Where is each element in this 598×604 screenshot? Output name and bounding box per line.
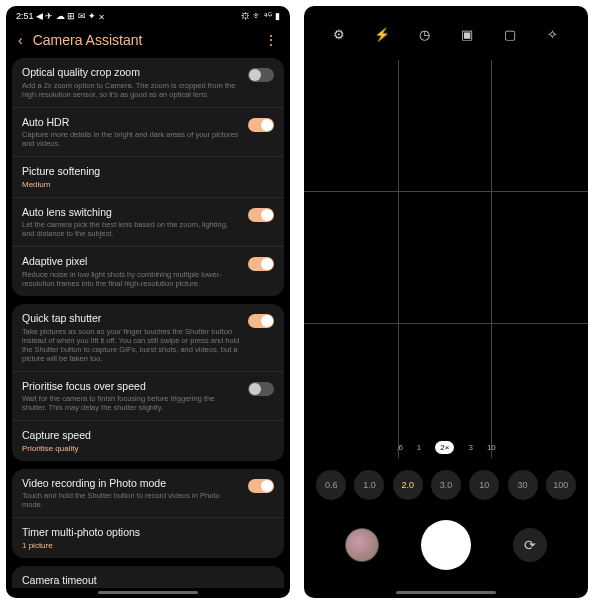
gesture-bar[interactable] bbox=[98, 591, 198, 594]
row-label: Auto HDR bbox=[22, 116, 240, 129]
row-desc: Let the camera pick the best lens based … bbox=[22, 220, 240, 238]
settings-group: Video recording in Photo modeTouch and h… bbox=[12, 469, 284, 558]
settings-row[interactable]: Auto HDRCapture more details in the brig… bbox=[12, 108, 284, 158]
row-desc: Wait for the camera to finish focusing b… bbox=[22, 394, 240, 412]
row-value: Medium bbox=[22, 180, 274, 189]
status-bar: 2:51 ◀ ✈ ☁ ⊞ ✉ ✦ ⨉ ⚙ ᯤ ⁴ᴳ ▮ bbox=[6, 6, 290, 26]
row-desc: Reduce noise in low light shots by combi… bbox=[22, 270, 240, 288]
zoom-chip[interactable]: 0.6 bbox=[316, 470, 346, 500]
more-button[interactable]: ⋮ bbox=[264, 32, 278, 48]
row-desc: Touch and hold the Shutter button to rec… bbox=[22, 491, 240, 509]
zoom-tick[interactable]: 10 bbox=[487, 443, 496, 452]
settings-row[interactable]: Prioritise focus over speedWait for the … bbox=[12, 372, 284, 422]
row-desc: Add a 2x zoom option to Camera. The zoom… bbox=[22, 81, 240, 99]
status-time: 2:51 bbox=[16, 11, 34, 21]
row-label: Auto lens switching bbox=[22, 206, 240, 219]
grid-line bbox=[304, 323, 588, 324]
zoom-tick[interactable]: .6 bbox=[396, 443, 403, 452]
row-label: Video recording in Photo mode bbox=[22, 477, 240, 490]
shutter-row: ⟳ bbox=[304, 508, 588, 588]
grid-line bbox=[304, 191, 588, 192]
page-title: Camera Assistant bbox=[33, 32, 254, 48]
row-label: Prioritise focus over speed bbox=[22, 380, 240, 393]
settings-group: Camera timeout1 minute bbox=[12, 566, 284, 588]
settings-row[interactable]: Picture softeningMedium bbox=[12, 157, 284, 198]
row-label: Capture speed bbox=[22, 429, 274, 442]
row-value: Prioritise quality bbox=[22, 444, 274, 453]
settings-row[interactable]: Adaptive pixelReduce noise in low light … bbox=[12, 247, 284, 296]
camera-top-bar: ⚙ ⚡ ◷ ▣ ▢ ✧ bbox=[304, 6, 588, 52]
row-text: Auto HDRCapture more details in the brig… bbox=[22, 116, 240, 149]
grid-line bbox=[491, 60, 492, 458]
row-value: 1 picture bbox=[22, 541, 274, 550]
filter-icon[interactable]: ✧ bbox=[545, 26, 561, 42]
zoom-tick[interactable]: 1 bbox=[417, 443, 421, 452]
zoom-row: .612×310 bbox=[304, 441, 588, 454]
row-label: Adaptive pixel bbox=[22, 255, 240, 268]
status-right-icons: ⚙ ᯤ ⁴ᴳ ▮ bbox=[241, 11, 280, 21]
toggle-switch[interactable] bbox=[248, 479, 274, 493]
zoom-tick[interactable]: 3 bbox=[468, 443, 472, 452]
row-label: Quick tap shutter bbox=[22, 312, 240, 325]
ratio-icon[interactable]: ▣ bbox=[459, 26, 475, 42]
zoom-chip[interactable]: 30 bbox=[508, 470, 538, 500]
grid-line bbox=[398, 60, 399, 458]
toggle-switch[interactable] bbox=[248, 208, 274, 222]
shutter-button[interactable] bbox=[421, 520, 471, 570]
settings-row[interactable]: Optical quality crop zoomAdd a 2x zoom o… bbox=[12, 58, 284, 108]
flash-icon[interactable]: ⚡ bbox=[374, 26, 390, 42]
zoom-chip[interactable]: 1.0 bbox=[354, 470, 384, 500]
toggle-switch[interactable] bbox=[248, 382, 274, 396]
settings-list[interactable]: Optical quality crop zoomAdd a 2x zoom o… bbox=[6, 58, 290, 588]
row-text: Quick tap shutterTake pictures as soon a… bbox=[22, 312, 240, 363]
settings-group: Optical quality crop zoomAdd a 2x zoom o… bbox=[12, 58, 284, 296]
row-text: Optical quality crop zoomAdd a 2x zoom o… bbox=[22, 66, 240, 99]
settings-row[interactable]: Camera timeout1 minute bbox=[12, 566, 284, 588]
row-text: Camera timeout1 minute bbox=[22, 574, 274, 588]
settings-icon[interactable]: ⚙ bbox=[331, 26, 347, 42]
status-left: 2:51 ◀ ✈ ☁ ⊞ ✉ ✦ ⨉ bbox=[16, 11, 104, 22]
settings-group: Quick tap shutterTake pictures as soon a… bbox=[12, 304, 284, 461]
header: ‹ Camera Assistant ⋮ bbox=[6, 26, 290, 58]
toggle-switch[interactable] bbox=[248, 68, 274, 82]
zoom-tick[interactable]: 2× bbox=[435, 441, 454, 454]
settings-row[interactable]: Quick tap shutterTake pictures as soon a… bbox=[12, 304, 284, 372]
settings-row[interactable]: Video recording in Photo modeTouch and h… bbox=[12, 469, 284, 519]
row-label: Optical quality crop zoom bbox=[22, 66, 240, 79]
toggle-switch[interactable] bbox=[248, 314, 274, 328]
status-left-icons: ◀ ✈ ☁ ⊞ ✉ ✦ ⨉ bbox=[36, 11, 104, 22]
zoom-chip[interactable]: 10 bbox=[469, 470, 499, 500]
back-button[interactable]: ‹ bbox=[18, 32, 23, 48]
row-text: Auto lens switchingLet the camera pick t… bbox=[22, 206, 240, 239]
row-text: Adaptive pixelReduce noise in low light … bbox=[22, 255, 240, 288]
zoom-chip[interactable]: 2.0 bbox=[393, 470, 423, 500]
motion-icon[interactable]: ▢ bbox=[502, 26, 518, 42]
viewfinder[interactable]: .612×310 bbox=[304, 60, 588, 458]
settings-row[interactable]: Auto lens switchingLet the camera pick t… bbox=[12, 198, 284, 248]
row-text: Picture softeningMedium bbox=[22, 165, 274, 189]
gallery-thumbnail[interactable] bbox=[345, 528, 379, 562]
settings-row[interactable]: Timer multi-photo options1 picture bbox=[12, 518, 284, 558]
status-right: ⚙ ᯤ ⁴ᴳ ▮ bbox=[241, 11, 280, 21]
row-text: Video recording in Photo modeTouch and h… bbox=[22, 477, 240, 510]
settings-row[interactable]: Capture speedPrioritise quality bbox=[12, 421, 284, 461]
timer-icon[interactable]: ◷ bbox=[417, 26, 433, 42]
camera-phone: ⚙ ⚡ ◷ ▣ ▢ ✧ .612×310 0.61.02.03.01030100… bbox=[304, 6, 588, 598]
row-label: Timer multi-photo options bbox=[22, 526, 274, 539]
row-label: Picture softening bbox=[22, 165, 274, 178]
row-text: Capture speedPrioritise quality bbox=[22, 429, 274, 453]
toggle-switch[interactable] bbox=[248, 257, 274, 271]
zoom-chip-row: 0.61.02.03.01030100 bbox=[304, 458, 588, 508]
gesture-bar[interactable] bbox=[396, 591, 496, 594]
row-text: Timer multi-photo options1 picture bbox=[22, 526, 274, 550]
settings-phone: 2:51 ◀ ✈ ☁ ⊞ ✉ ✦ ⨉ ⚙ ᯤ ⁴ᴳ ▮ ‹ Camera Ass… bbox=[6, 6, 290, 598]
row-label: Camera timeout bbox=[22, 574, 274, 587]
row-desc: Capture more details in the bright and d… bbox=[22, 130, 240, 148]
row-text: Prioritise focus over speedWait for the … bbox=[22, 380, 240, 413]
switch-camera-button[interactable]: ⟳ bbox=[513, 528, 547, 562]
toggle-switch[interactable] bbox=[248, 118, 274, 132]
zoom-chip[interactable]: 100 bbox=[546, 470, 576, 500]
zoom-chip[interactable]: 3.0 bbox=[431, 470, 461, 500]
row-desc: Take pictures as soon as your finger tou… bbox=[22, 327, 240, 363]
